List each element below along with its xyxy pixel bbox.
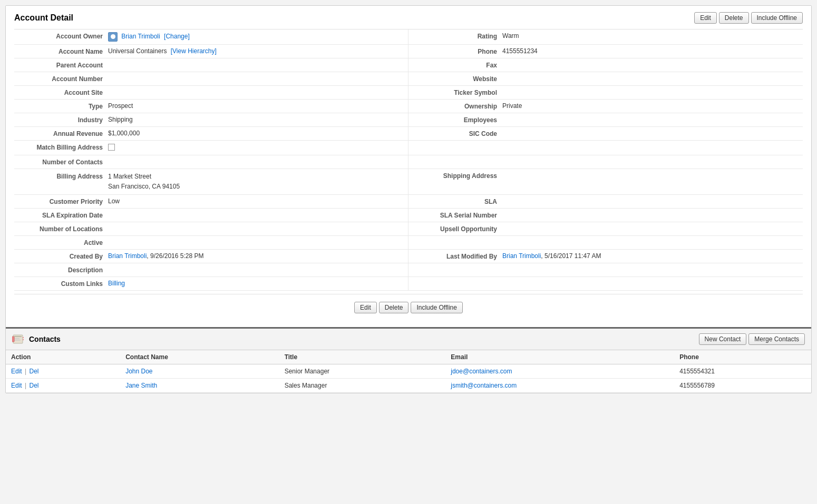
upsell-opportunity-label: Upsell Opportunity	[413, 225, 497, 233]
top-edit-button[interactable]: Edit	[694, 12, 717, 24]
contacts-title: Contacts	[29, 335, 61, 343]
contact-name-cell: John Doe	[120, 364, 279, 379]
parent-account-label: Parent Account	[18, 61, 103, 69]
sla-expiration-date-label: SLA Expiration Date	[18, 211, 103, 219]
billing-address-field: Billing Address 1 Market Street San Fran…	[14, 169, 408, 195]
col-title: Title	[279, 350, 446, 364]
view-hierarchy-link[interactable]: [View Hierarchy]	[171, 47, 217, 55]
svg-rect-5	[23, 337, 24, 338]
contact-title-cell: Senior Manager	[279, 364, 446, 379]
custom-links-label: Custom Links	[18, 280, 103, 288]
bottom-delete-button[interactable]: Delete	[379, 302, 409, 313]
description-right-spacer	[408, 263, 803, 277]
custom-links-value: Billing	[108, 280, 125, 287]
rating-value: Warm	[502, 32, 519, 39]
created-by-name-link[interactable]: Brian Trimboli	[108, 252, 147, 260]
contacts-table: Action Contact Name Title Email Phone Ed…	[6, 350, 811, 393]
edit-contact-link-1[interactable]: Edit	[11, 382, 22, 389]
owner-change-link[interactable]: [Change]	[164, 33, 190, 40]
account-name-value: Universal Containers [View Hierarchy]	[108, 47, 217, 55]
contact-email-cell: jsmith@containers.com	[445, 379, 674, 393]
sla-field: SLA	[408, 195, 803, 209]
fax-label: Fax	[413, 61, 497, 69]
action-separator-0: |	[25, 368, 26, 375]
contacts-btn-group: New Contact Merge Contacts	[699, 333, 805, 345]
number-of-contacts-field: Number of Contacts	[14, 155, 408, 169]
match-billing-checkbox[interactable]	[108, 144, 115, 151]
owner-name-link[interactable]: Brian Trimboli	[121, 33, 160, 40]
num-contacts-right-spacer	[408, 155, 803, 169]
annual-revenue-value: $1,000,000	[108, 130, 140, 137]
contacts-section: Contacts New Contact Merge Contacts Acti…	[6, 327, 811, 393]
custom-links-right-spacer	[408, 277, 803, 291]
col-contact-name: Contact Name	[120, 350, 279, 364]
billing-address-value: 1 Market Street San Francisco, CA 94105	[108, 172, 180, 192]
ticker-symbol-field: Ticker Symbol	[408, 86, 803, 100]
employees-label: Employees	[413, 116, 497, 124]
account-owner-value: Brian Trimboli [Change]	[108, 32, 190, 42]
svg-rect-6	[23, 339, 24, 340]
contact-email-link-1[interactable]: jsmith@containers.com	[451, 382, 517, 389]
contact-title-cell: Sales Manager	[279, 379, 446, 393]
account-number-label: Account Number	[18, 75, 103, 83]
bottom-edit-button[interactable]: Edit	[354, 302, 377, 313]
last-modified-by-field: Last Modified By Brian Trimboli, 5/16/20…	[408, 250, 803, 263]
contact-email-link-0[interactable]: jdoe@containers.com	[451, 368, 512, 375]
match-billing-right-spacer	[408, 141, 803, 155]
industry-value: Shipping	[108, 116, 133, 123]
upsell-opportunity-field: Upsell Opportunity	[408, 222, 803, 236]
number-of-contacts-label: Number of Contacts	[18, 158, 103, 166]
rating-field: Rating Warm	[408, 29, 803, 45]
svg-rect-1	[14, 336, 22, 337]
svg-rect-3	[14, 340, 21, 341]
ownership-field: Ownership Private	[408, 100, 803, 113]
contact-name-link-0[interactable]: John Doe	[125, 368, 152, 375]
website-field: Website	[408, 72, 803, 86]
annual-revenue-label: Annual Revenue	[18, 130, 103, 137]
top-delete-button[interactable]: Delete	[719, 12, 749, 24]
number-of-locations-label: Number of Locations	[18, 225, 103, 233]
new-contact-button[interactable]: New Contact	[699, 333, 747, 345]
account-name-label: Account Name	[18, 47, 103, 55]
bottom-btn-group: Edit Delete Include Offline	[14, 294, 803, 319]
industry-label: Industry	[18, 116, 103, 124]
type-value: Prospect	[108, 102, 133, 110]
created-by-field: Created By Brian Trimboli, 9/26/2016 5:2…	[14, 250, 408, 263]
bottom-include-offline-button[interactable]: Include Offline	[411, 302, 463, 313]
sla-label: SLA	[413, 197, 497, 205]
svg-rect-2	[14, 338, 20, 339]
del-contact-link-0[interactable]: Del	[30, 368, 39, 375]
top-btn-group: Edit Delete Include Offline	[694, 12, 803, 24]
top-include-offline-button[interactable]: Include Offline	[751, 12, 803, 24]
page-wrapper: Account Detail Edit Delete Include Offli…	[5, 5, 812, 393]
contact-name-link-1[interactable]: Jane Smith	[125, 382, 157, 389]
billing-address-label: Billing Address	[18, 172, 103, 180]
sla-serial-number-label: SLA Serial Number	[413, 211, 497, 219]
match-billing-address-field: Match Billing Address	[14, 141, 408, 155]
fields-container: Account Owner Brian Trimboli [Change] Ra…	[14, 29, 803, 291]
merge-contacts-button[interactable]: Merge Contacts	[748, 333, 805, 345]
active-field: Active	[14, 236, 408, 250]
table-row: Edit | Del John Doe Senior Manager jdoe@…	[6, 364, 811, 379]
customer-priority-value: Low	[108, 197, 120, 205]
last-modified-by-value: Brian Trimboli, 5/16/2017 11:47 AM	[502, 252, 601, 260]
rating-label: Rating	[413, 32, 497, 40]
ownership-value: Private	[502, 102, 522, 110]
customer-priority-field: Customer Priority Low	[14, 195, 408, 209]
account-owner-label: Account Owner	[18, 32, 103, 40]
last-modified-by-name-link[interactable]: Brian Trimboli	[502, 252, 541, 260]
contacts-title-area: Contacts	[12, 333, 61, 345]
created-by-label: Created By	[18, 252, 103, 260]
account-site-field: Account Site	[14, 86, 408, 100]
edit-contact-link-0[interactable]: Edit	[11, 368, 22, 375]
ticker-symbol-label: Ticker Symbol	[413, 88, 497, 96]
website-label: Website	[413, 75, 497, 83]
account-number-field: Account Number	[14, 72, 408, 86]
account-owner-field: Account Owner Brian Trimboli [Change]	[14, 29, 408, 45]
customer-priority-label: Customer Priority	[18, 197, 103, 205]
svg-rect-4	[12, 337, 14, 342]
contact-email-cell: jdoe@containers.com	[445, 364, 674, 379]
billing-custom-link[interactable]: Billing	[108, 280, 125, 287]
del-contact-link-1[interactable]: Del	[30, 382, 39, 389]
last-modified-by-label: Last Modified By	[413, 252, 497, 260]
